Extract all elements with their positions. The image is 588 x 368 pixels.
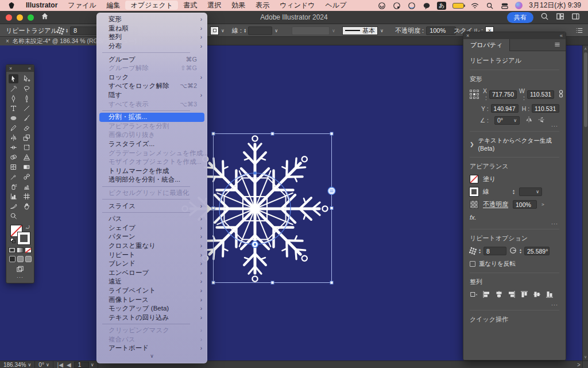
default-fill-stroke-icon[interactable] (10, 238, 16, 243)
repeat-count-field[interactable]: 8 (483, 247, 506, 255)
flip-vertical-icon[interactable] (538, 116, 545, 125)
type-tool[interactable] (9, 103, 18, 113)
line-segment-tool[interactable] (22, 103, 32, 113)
pencil-tool[interactable] (9, 123, 18, 132)
radial-top-handle[interactable] (254, 172, 257, 175)
stroke-color-control[interactable]: ∨ (210, 24, 225, 37)
window-minimize-button[interactable] (17, 14, 23, 21)
align-right-icon[interactable] (508, 290, 516, 300)
prev-artboard-icon[interactable]: ◀ (65, 362, 72, 368)
menu-item[interactable]: トリムマークを作成 › (96, 167, 207, 176)
menu-item[interactable]: すべてをロック解除 ⌥⌘2 › (96, 82, 207, 91)
menu-item[interactable]: スライス › (96, 201, 207, 210)
stroke-color-swatch-white[interactable] (18, 232, 30, 244)
fx-label[interactable]: fx. (470, 213, 559, 225)
lasso-tool[interactable] (22, 84, 32, 93)
scale-tool[interactable] (22, 133, 32, 142)
home-icon[interactable] (41, 12, 49, 22)
apple-menu-icon[interactable] (8, 2, 15, 9)
menu-item[interactable]: エンベロープ › (96, 268, 207, 277)
share-button[interactable]: 共有 (507, 12, 533, 23)
vertical-scrollbar[interactable]: ∧ ∨ (582, 45, 588, 361)
menu-item[interactable]: ライブペイント › (96, 286, 207, 296)
flip-horizontal-icon[interactable] (525, 116, 532, 125)
menu-item[interactable]: リピート › (96, 250, 207, 259)
menu-item[interactable]: › (96, 51, 207, 55)
menu-item[interactable]: › (96, 109, 207, 113)
menu-item[interactable]: ロック › (96, 73, 207, 82)
width-field[interactable]: 110.531 (527, 90, 554, 99)
panel-list-icon[interactable] (575, 26, 583, 36)
menu-item[interactable]: クロスと重なり › (96, 241, 207, 251)
free-transform-tool[interactable] (22, 143, 32, 152)
fill-swatch-none[interactable] (470, 175, 478, 183)
menu-item[interactable]: 画像の切り抜き › (96, 131, 207, 140)
menu-item[interactable]: すべてを表示 ⌥⌘3 › (96, 99, 207, 109)
paintbrush-tool[interactable] (22, 113, 32, 122)
menu-item[interactable]: 画像トレース › (96, 295, 207, 304)
menu-item[interactable]: クリッピングマスク › (96, 326, 207, 335)
transform-more-options[interactable]: ··· (551, 123, 558, 129)
search-icon[interactable] (540, 12, 549, 23)
ellipse-tool[interactable] (9, 113, 18, 122)
menu-item[interactable]: 分布 › (96, 42, 207, 51)
properties-panel-header[interactable]: × « (463, 32, 566, 39)
width-tool[interactable] (9, 143, 18, 152)
text-to-vector-section[interactable]: ❯ テキストからベクター生成 (Beta) (470, 132, 559, 158)
menu-item[interactable]: › (96, 210, 207, 214)
menu-item[interactable]: 重ね順 › (96, 24, 207, 33)
first-artboard-icon[interactable]: |◀ (57, 362, 64, 368)
curvature-tool[interactable] (22, 94, 32, 103)
rotation-angle-dropdown[interactable]: 0°∨ (494, 116, 520, 125)
align-center-horizontal-icon[interactable] (495, 290, 503, 300)
align-left-icon[interactable] (482, 290, 490, 300)
menubar-item[interactable]: 表示 (250, 1, 274, 10)
eyedropper-tool[interactable] (9, 172, 18, 181)
menubar-clock[interactable]: 3月12日(水) 9:39 (529, 1, 581, 10)
opacity-link[interactable]: 不透明度 (483, 200, 508, 209)
x-position-field[interactable]: 717.750 (489, 90, 517, 99)
swap-fill-stroke-icon[interactable]: ⤾ (26, 225, 30, 231)
none-button[interactable] (25, 247, 32, 253)
opacity-field[interactable]: 100% (426, 26, 456, 35)
window-zoom-button[interactable] (28, 14, 34, 21)
reflect-tool[interactable] (9, 133, 18, 142)
scroll-down-icon[interactable]: ∨ (583, 355, 588, 359)
constrain-proportions-icon[interactable] (558, 90, 564, 99)
status-app-icon-1[interactable] (377, 1, 386, 10)
reverse-overlap-checkbox[interactable] (470, 261, 475, 267)
menu-item[interactable]: ラスタライズ... › (96, 140, 207, 149)
radial-spacing-handle[interactable] (252, 241, 258, 248)
menubar-item[interactable]: ウィンドウ (274, 1, 320, 10)
menu-item[interactable]: 変形 › (96, 15, 207, 24)
menu-item[interactable]: テキストの回り込み › (96, 313, 207, 322)
menu-item[interactable]: 隠す › (96, 91, 207, 100)
menubar-item[interactable]: オブジェクト (125, 1, 178, 10)
align-middle-vertical-icon[interactable] (533, 290, 541, 300)
stroke-weight-dropdown[interactable]: ∨ (519, 187, 542, 196)
edit-toolbar-icon[interactable]: ··· (6, 273, 34, 283)
control-center-icon[interactable] (500, 1, 509, 10)
menu-item[interactable]: モックアップ (Beta) › (96, 304, 207, 313)
menu-item[interactable]: アピアランスを分割 › (96, 122, 207, 131)
menu-item[interactable]: 複合パス › (96, 335, 207, 344)
workspace-switcher-icon[interactable] (571, 12, 580, 23)
arrange-documents-icon[interactable] (556, 12, 564, 23)
panel-collapse-icon[interactable]: « (28, 66, 31, 71)
stroke-swatch-white[interactable] (470, 187, 478, 196)
artboard-number-field[interactable]: 1 (74, 362, 89, 368)
align-more-options[interactable]: ··· (551, 302, 558, 308)
selection-tool[interactable] (9, 74, 18, 83)
pen-tool[interactable] (9, 94, 18, 103)
stroke-weight-field[interactable] (248, 26, 272, 35)
scroll-up-icon[interactable]: ∧ (583, 47, 588, 51)
graph-tool[interactable] (22, 182, 32, 191)
eraser-tool[interactable] (22, 123, 32, 132)
align-to-dropdown-icon[interactable] (470, 290, 478, 300)
rotation-control[interactable]: 0°∨ (35, 361, 53, 368)
zoom-level-control[interactable]: 186.34%∨ (0, 361, 35, 368)
draw-behind-mode[interactable] (17, 256, 24, 262)
menu-item[interactable]: › (96, 185, 207, 189)
y-position-field[interactable]: 140.947 (491, 104, 519, 113)
menubar-item[interactable]: ファイル (63, 1, 101, 10)
